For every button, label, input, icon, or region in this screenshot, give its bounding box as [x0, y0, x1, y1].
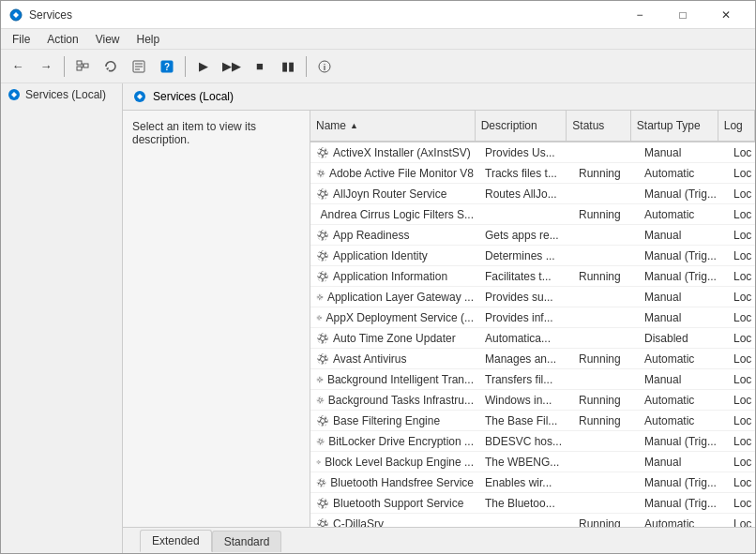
cell-logon: Loc [728, 452, 755, 472]
table-row[interactable]: Application Information Facilitates t...… [310, 266, 755, 287]
cell-status: Running [573, 204, 639, 224]
table-row[interactable]: C-DillaSrv Running Automatic Loc [310, 514, 755, 527]
main-panel: Services (Local) Select an item to view … [123, 83, 755, 553]
refresh-button[interactable] [98, 54, 124, 79]
panel-body: Select an item to view its description. … [123, 111, 755, 527]
cell-startup: Manual [639, 369, 728, 389]
table-row[interactable]: Auto Time Zone Updater Automatica... Dis… [310, 328, 755, 349]
back-button[interactable]: ← [5, 54, 31, 79]
cell-status [573, 452, 639, 472]
cell-name: Background Tasks Infrastru... [310, 390, 479, 410]
cell-logon: Loc [728, 225, 755, 245]
cell-name: Bluetooth Support Service [310, 493, 479, 513]
sidebar-item-services-local[interactable]: Services (Local) [1, 83, 122, 106]
help-button[interactable]: ? [154, 54, 180, 79]
forward-button[interactable]: → [33, 54, 59, 79]
play-button[interactable]: ▶ [190, 54, 217, 79]
minimize-button[interactable]: − [618, 1, 661, 29]
tab-standard[interactable]: Standard [212, 531, 282, 552]
cell-description: Routes AllJo... [479, 184, 573, 203]
cell-startup: Automatic [639, 514, 728, 527]
table-row[interactable]: Application Layer Gateway ... Provides s… [310, 287, 755, 307]
table-row[interactable]: App Readiness Gets apps re... Manual Loc [310, 225, 755, 246]
cell-status [573, 328, 639, 348]
toolbar-sep-2 [185, 56, 186, 77]
pause-button[interactable]: ▮▮ [275, 54, 301, 79]
cell-description: The Base Fil... [479, 411, 573, 430]
service-gear-icon [316, 394, 325, 407]
cell-name: AppX Deployment Service (... [310, 307, 479, 327]
table-row[interactable]: BitLocker Drive Encryption ... BDESVC ho… [310, 431, 755, 452]
table-row[interactable]: Background Intelligent Tran... Transfers… [310, 369, 755, 390]
stop-button[interactable]: ■ [247, 54, 273, 79]
table-row[interactable]: AllJoyn Router Service Routes AllJo... M… [310, 184, 755, 204]
sidebar: Services (Local) [1, 83, 123, 553]
cell-name: Avast Antivirus [310, 349, 479, 368]
sidebar-label: Services (Local) [25, 88, 106, 101]
cell-description: Facilitates t... [479, 266, 573, 286]
cell-description: Manages an... [479, 349, 573, 368]
table-row[interactable]: Andrea Cirrus Logic Filters S... Running… [310, 204, 755, 225]
menu-view[interactable]: View [88, 31, 128, 48]
description-text: Select an item to view its description. [132, 120, 256, 146]
svg-point-53 [319, 398, 322, 401]
refresh-icon [104, 60, 117, 73]
services-list-body[interactable]: ActiveX Installer (AxInstSV) Provides Us… [310, 142, 755, 527]
cell-name: C-DillaSrv [310, 514, 479, 527]
table-row[interactable]: Application Identity Determines ... Manu… [310, 246, 755, 266]
toolbar-sep-1 [64, 56, 65, 77]
table-row[interactable]: Avast Antivirus Manages an... Running Au… [310, 349, 755, 369]
col-header-logon[interactable]: Log [718, 111, 755, 141]
table-row[interactable]: Bluetooth Handsfree Service Enables wir.… [310, 472, 755, 493]
table-row[interactable]: ActiveX Installer (AxInstSV) Provides Us… [310, 142, 755, 163]
cell-startup: Automatic [639, 411, 728, 430]
svg-point-17 [321, 150, 325, 155]
col-header-startup[interactable]: Startup Type [631, 111, 718, 141]
menu-file[interactable]: File [5, 31, 38, 48]
table-row[interactable]: Block Level Backup Engine ... The WBENG.… [310, 452, 755, 472]
table-row[interactable]: Base Filtering Engine The Base Fil... Ru… [310, 411, 755, 431]
service-gear-icon [316, 435, 325, 448]
table-row[interactable]: AppX Deployment Service (... Provides in… [310, 307, 755, 328]
info-icon: i [318, 60, 331, 73]
maximize-button[interactable]: □ [661, 1, 704, 29]
cell-description: Tracks files t... [479, 163, 573, 183]
service-gear-icon [316, 352, 329, 366]
cell-status: Running [573, 266, 639, 286]
content-area: Services (Local) Services (Local) Select… [1, 83, 755, 553]
properties-icon [132, 60, 145, 73]
cell-startup: Automatic [639, 204, 728, 224]
svg-point-68 [321, 501, 325, 505]
sort-arrow-icon: ▲ [350, 121, 358, 130]
properties-button[interactable] [126, 54, 152, 79]
col-header-description[interactable]: Description [476, 111, 567, 141]
cell-startup: Manual (Trig... [639, 493, 728, 513]
play-next-button[interactable]: ▶▶ [219, 54, 245, 79]
cell-description: Provides Us... [479, 142, 573, 162]
cell-startup: Manual (Trig... [639, 431, 728, 451]
show-console-tree-button[interactable] [69, 54, 96, 79]
menu-help[interactable]: Help [129, 31, 168, 48]
info-button[interactable]: i [311, 54, 338, 79]
menu-action[interactable]: Action [39, 31, 85, 48]
svg-point-62 [318, 461, 320, 463]
cell-name: Adobe Active File Monitor V8 [310, 163, 479, 183]
tab-extended[interactable]: Extended [140, 530, 212, 552]
col-header-status[interactable]: Status [567, 111, 631, 141]
cell-logon: Loc [728, 349, 755, 368]
table-row[interactable]: Adobe Active File Monitor V8 Tracks file… [310, 163, 755, 184]
cell-startup: Manual [639, 287, 728, 307]
close-button[interactable]: ✕ [704, 1, 748, 29]
cell-logon: Loc [728, 307, 755, 327]
svg-marker-6 [106, 67, 109, 70]
col-header-name[interactable]: Name ▲ [310, 111, 476, 141]
table-row[interactable]: Background Tasks Infrastru... Windows in… [310, 390, 755, 411]
service-gear-icon [316, 311, 323, 324]
table-row[interactable]: Bluetooth Support Service The Bluetoo...… [310, 493, 755, 514]
service-gear-icon [316, 332, 329, 345]
cell-status [573, 287, 639, 307]
cell-logon: Loc [728, 493, 755, 513]
cell-logon: Loc [728, 472, 755, 492]
svg-point-71 [321, 521, 325, 526]
cell-name: Background Intelligent Tran... [310, 369, 479, 389]
